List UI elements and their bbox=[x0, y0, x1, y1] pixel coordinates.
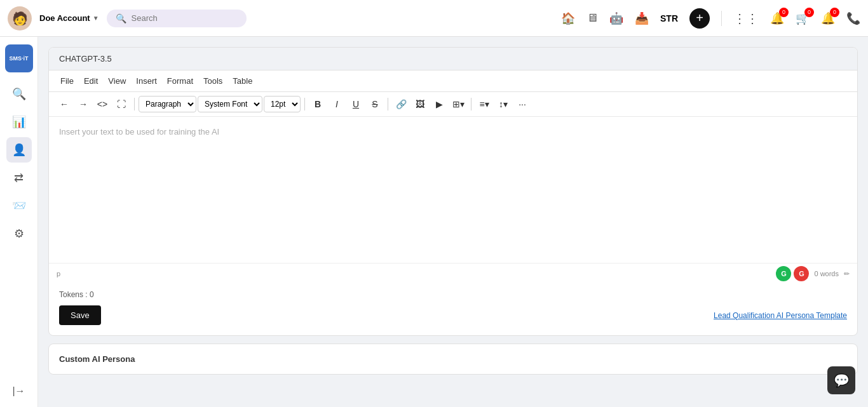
editor-element-label: p bbox=[57, 270, 60, 277]
video-button[interactable]: ▶ bbox=[430, 95, 448, 113]
menu-format[interactable]: Format bbox=[163, 74, 197, 88]
sidebar-collapse-icon[interactable]: |→ bbox=[12, 385, 25, 397]
toolbar: ← → <> ⛶ Paragraph System Font 12pt B I … bbox=[49, 92, 857, 117]
home-icon[interactable]: 🏠 bbox=[561, 11, 575, 25]
menu-table[interactable]: Table bbox=[229, 74, 256, 88]
size-select[interactable]: 12pt bbox=[264, 96, 301, 112]
search-input[interactable] bbox=[132, 13, 220, 23]
bell-badge: 0 bbox=[779, 8, 789, 17]
robot-icon[interactable]: 🤖 bbox=[609, 11, 623, 25]
editor-footer: Tokens : 0 Save Lead Qualification AI Pe… bbox=[49, 284, 857, 335]
model-bar: CHATGPT-3.5 bbox=[49, 48, 857, 70]
menu-insert[interactable]: Insert bbox=[132, 74, 161, 88]
str-label[interactable]: STR bbox=[660, 13, 678, 23]
toolbar-divider-2 bbox=[304, 98, 305, 110]
cart-badge: 0 bbox=[804, 8, 814, 17]
notif-badge: 0 bbox=[830, 8, 839, 17]
grammarly-green-icon[interactable]: G bbox=[776, 266, 791, 281]
phone-icon[interactable]: 📞 bbox=[846, 11, 860, 25]
image-button[interactable]: 🖼 bbox=[411, 95, 429, 113]
table-button[interactable]: ⊞▾ bbox=[449, 95, 467, 113]
sidebar-item-settings[interactable]: ⚙ bbox=[6, 221, 32, 246]
sidebar-logo-text: SMS·iT bbox=[9, 55, 28, 62]
editor-statusbar: p G G 0 words ✏ bbox=[49, 263, 857, 284]
more-button[interactable]: ··· bbox=[513, 95, 531, 113]
save-button[interactable]: Save bbox=[59, 305, 101, 325]
sidebar-logo[interactable]: SMS·iT bbox=[5, 44, 33, 72]
sidebar-item-flows[interactable]: ⇄ bbox=[6, 165, 32, 190]
redo-button[interactable]: → bbox=[74, 95, 92, 113]
toolbar-divider-4 bbox=[471, 98, 471, 110]
undo-button[interactable]: ← bbox=[55, 95, 73, 113]
edit-icon[interactable]: ✏ bbox=[844, 270, 850, 278]
menu-edit[interactable]: Edit bbox=[80, 74, 102, 88]
sidebar-item-search[interactable]: 🔍 bbox=[6, 81, 32, 107]
main-content: CHATGPT-3.5 File Edit View Insert Format… bbox=[38, 37, 868, 407]
italic-button[interactable]: I bbox=[328, 95, 346, 113]
notification-icon[interactable]: 🔔0 bbox=[821, 11, 835, 25]
link-button[interactable]: 🔗 bbox=[392, 95, 410, 113]
bell-icon[interactable]: 🔔0 bbox=[770, 11, 784, 25]
strikethrough-button[interactable]: S bbox=[366, 95, 384, 113]
custom-ai-section: Custom AI Persona bbox=[48, 344, 858, 375]
lineheight-button[interactable]: ↕▾ bbox=[494, 95, 512, 113]
layout: SMS·iT 🔍 📊 👤 ⇄ 📨 ⚙ |→ CHATGPT-3.5 File E… bbox=[0, 37, 868, 407]
sidebar-item-contacts[interactable]: 👤 bbox=[6, 137, 32, 163]
chat-fab-icon: 💬 bbox=[834, 373, 850, 388]
template-link[interactable]: Lead Qualification AI Persona Template bbox=[714, 311, 847, 320]
menu-view[interactable]: View bbox=[104, 74, 130, 88]
inbox-icon[interactable]: 📥 bbox=[635, 11, 649, 25]
cart-icon[interactable]: 🛒0 bbox=[796, 11, 810, 25]
custom-ai-title: Custom AI Persona bbox=[59, 354, 135, 364]
sidebar-item-analytics[interactable]: 📊 bbox=[6, 109, 32, 135]
editor-placeholder: Insert your text to be used for training… bbox=[59, 127, 219, 137]
paragraph-select[interactable]: Paragraph bbox=[139, 96, 196, 112]
bold-button[interactable]: B bbox=[309, 95, 327, 113]
search-icon: 🔍 bbox=[116, 13, 126, 23]
menu-tools[interactable]: Tools bbox=[200, 74, 226, 88]
menubar: File Edit View Insert Format Tools Table bbox=[49, 70, 857, 92]
account-chevron-icon: ▼ bbox=[93, 15, 99, 22]
toolbar-divider-3 bbox=[388, 98, 388, 110]
fullscreen-button[interactable]: ⛶ bbox=[112, 95, 130, 113]
underline-button[interactable]: U bbox=[347, 95, 365, 113]
editor-card: CHATGPT-3.5 File Edit View Insert Format… bbox=[48, 47, 858, 336]
editor-footer-row: Save Lead Qualification AI Persona Templ… bbox=[59, 305, 847, 325]
model-label: CHATGPT-3.5 bbox=[59, 54, 112, 63]
menu-file[interactable]: File bbox=[57, 74, 78, 88]
grammarly-red-icon[interactable]: G bbox=[794, 266, 809, 281]
avatar: 🧑 bbox=[8, 6, 32, 30]
editor-textarea[interactable]: Insert your text to be used for training… bbox=[49, 117, 857, 263]
divider bbox=[721, 11, 722, 26]
account-dropdown[interactable]: Doe Account ▼ bbox=[39, 13, 99, 23]
align-button[interactable]: ≡▾ bbox=[475, 95, 493, 113]
tokens-label: Tokens : 0 bbox=[59, 290, 847, 299]
account-label: Doe Account bbox=[39, 13, 90, 23]
grammarly-icons: G G bbox=[776, 266, 809, 281]
word-count: 0 words bbox=[814, 270, 839, 277]
topnav-icons: 🏠 🖥 🤖 📥 STR + ⋮⋮ 🔔0 🛒0 🔔0 📞 bbox=[561, 8, 860, 29]
search-bar[interactable]: 🔍 bbox=[107, 10, 247, 27]
toolbar-divider-1 bbox=[134, 98, 135, 110]
grid-icon[interactable]: ⋮⋮ bbox=[733, 11, 759, 26]
topnav: 🧑 Doe Account ▼ 🔍 🏠 🖥 🤖 📥 STR + ⋮⋮ 🔔0 🛒0… bbox=[0, 0, 868, 37]
sidebar-item-campaigns[interactable]: 📨 bbox=[6, 193, 32, 218]
chat-fab[interactable]: 💬 bbox=[827, 366, 855, 394]
font-select[interactable]: System Font bbox=[198, 96, 262, 112]
monitor-icon[interactable]: 🖥 bbox=[587, 11, 598, 25]
plus-button[interactable]: + bbox=[689, 8, 710, 29]
sidebar-thin: SMS·iT 🔍 📊 👤 ⇄ 📨 ⚙ |→ bbox=[0, 37, 38, 407]
statusbar-right: G G 0 words ✏ bbox=[776, 266, 850, 281]
code-button[interactable]: <> bbox=[93, 95, 111, 113]
